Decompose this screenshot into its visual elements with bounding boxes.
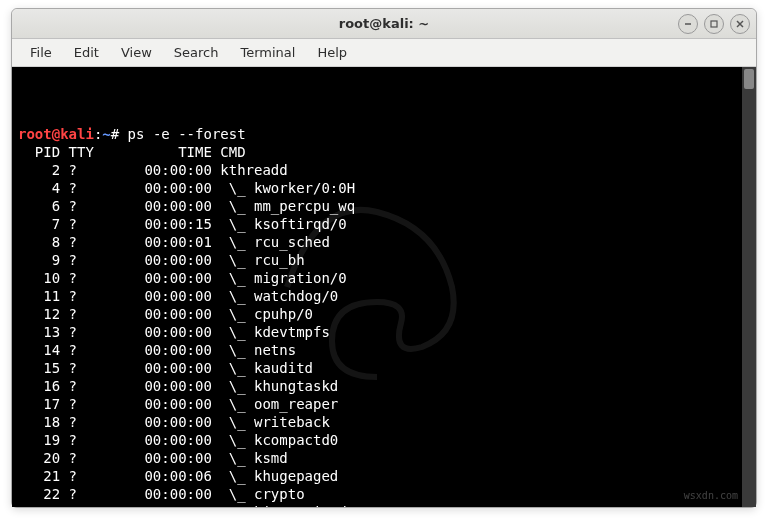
process-row: 8 ? 00:00:01 \_ rcu_sched <box>18 233 736 251</box>
process-row: 22 ? 00:00:00 \_ crypto <box>18 485 736 503</box>
menu-terminal[interactable]: Terminal <box>230 41 305 64</box>
menu-help[interactable]: Help <box>307 41 357 64</box>
scroll-thumb[interactable] <box>744 69 754 89</box>
process-row: 14 ? 00:00:00 \_ netns <box>18 341 736 359</box>
process-row: 11 ? 00:00:00 \_ watchdog/0 <box>18 287 736 305</box>
prompt-host: kali <box>60 126 94 142</box>
titlebar: root@kali: ~ <box>12 9 756 39</box>
prompt-user: root <box>18 126 52 142</box>
menu-edit[interactable]: Edit <box>64 41 109 64</box>
process-row: 10 ? 00:00:00 \_ migration/0 <box>18 269 736 287</box>
process-row: 19 ? 00:00:00 \_ kcompactd0 <box>18 431 736 449</box>
minimize-button[interactable] <box>678 14 698 34</box>
window-title: root@kali: ~ <box>339 16 429 31</box>
menu-file[interactable]: File <box>20 41 62 64</box>
window-controls <box>678 14 750 34</box>
process-row: 18 ? 00:00:00 \_ writeback <box>18 413 736 431</box>
process-row: 20 ? 00:00:00 \_ ksmd <box>18 449 736 467</box>
process-row: 7 ? 00:00:15 \_ ksoftirqd/0 <box>18 215 736 233</box>
process-row: 16 ? 00:00:00 \_ khungtaskd <box>18 377 736 395</box>
process-row: 15 ? 00:00:00 \_ kauditd <box>18 359 736 377</box>
process-row: 13 ? 00:00:00 \_ kdevtmpfs <box>18 323 736 341</box>
menu-view[interactable]: View <box>111 41 162 64</box>
process-row: 12 ? 00:00:00 \_ cpuhp/0 <box>18 305 736 323</box>
scrollbar[interactable] <box>742 67 756 507</box>
process-row: 6 ? 00:00:00 \_ mm_percpu_wq <box>18 197 736 215</box>
menubar: File Edit View Search Terminal Help <box>12 39 756 67</box>
prompt-at: @ <box>52 126 60 142</box>
process-row: 23 ? 00:00:00 \_ kintegrityd <box>18 503 736 507</box>
maximize-icon <box>709 19 719 29</box>
prompt-line: root@kali:~# ps -e --forest <box>18 125 736 143</box>
process-row: 2 ? 00:00:00 kthreadd <box>18 161 736 179</box>
close-icon <box>735 19 745 29</box>
prompt-path: ~ <box>102 126 110 142</box>
svg-rect-1 <box>711 21 717 27</box>
close-button[interactable] <box>730 14 750 34</box>
ps-header: PID TTY TIME CMD <box>18 143 736 161</box>
terminal-area: root@kali:~# ps -e --forest PID TTY TIME… <box>12 67 756 507</box>
prompt-symbol: # <box>111 126 128 142</box>
menu-search[interactable]: Search <box>164 41 229 64</box>
process-row: 4 ? 00:00:00 \_ kworker/0:0H <box>18 179 736 197</box>
minimize-icon <box>683 19 693 29</box>
terminal-window: root@kali: ~ File Edit View Search Termi… <box>11 8 757 508</box>
terminal-content[interactable]: root@kali:~# ps -e --forest PID TTY TIME… <box>12 67 742 507</box>
command-text: ps -e --forest <box>128 126 246 142</box>
maximize-button[interactable] <box>704 14 724 34</box>
process-row: 9 ? 00:00:00 \_ rcu_bh <box>18 251 736 269</box>
process-row: 21 ? 00:00:06 \_ khugepaged <box>18 467 736 485</box>
process-row: 17 ? 00:00:00 \_ oom_reaper <box>18 395 736 413</box>
